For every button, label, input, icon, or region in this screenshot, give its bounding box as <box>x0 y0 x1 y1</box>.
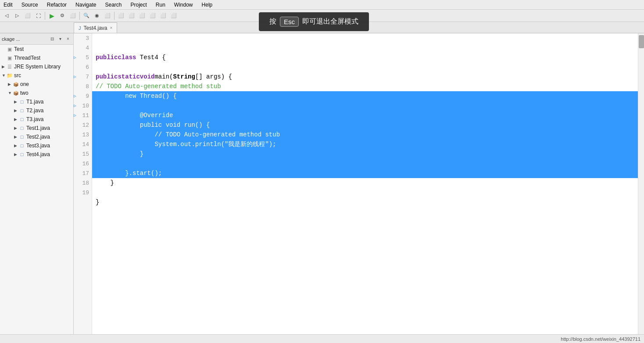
sidebar-close-icon[interactable]: × <box>64 36 72 43</box>
tree-item-test4.java[interactable]: ▶□Test4.java <box>0 150 73 159</box>
code-line-7[interactable]: new Thread() { <box>92 91 638 101</box>
tree-icon-java: □ <box>18 107 25 114</box>
tree-item-t3.java[interactable]: ▶□T3.java <box>0 115 73 124</box>
menu-item-navigate[interactable]: Navigate <box>74 2 98 8</box>
menu-bar: EditSourceRefactorNavigateSearchProjectR… <box>0 0 644 10</box>
menu-item-search[interactable]: Search <box>103 2 123 8</box>
toolbar-btn-1[interactable]: ◁ <box>2 11 11 21</box>
tree-icon-package: 📦 <box>12 81 19 88</box>
tree-item-one[interactable]: ▶📦one <box>0 80 73 89</box>
tree-item-jresystemlibrary[interactable]: ▶☰JRE System Library <box>0 62 73 71</box>
toolbar-btn-8[interactable]: ◉ <box>92 11 102 21</box>
tree-item-test[interactable]: ▣Test <box>0 45 73 54</box>
tree-icon-project: ▣ <box>6 46 13 53</box>
toolbar-btn-4[interactable]: ⛶ <box>33 11 43 21</box>
code-line-11[interactable]: // TODO Auto-generated method stub <box>92 130 638 139</box>
line-num-3: 3 <box>74 33 92 43</box>
tree-label: Test2.java <box>26 134 50 140</box>
toolbar-btn-7[interactable]: 🔍 <box>82 11 91 21</box>
right-scrollbar[interactable] <box>638 33 644 343</box>
toolbar-btn-5[interactable]: ⚙ <box>57 11 67 21</box>
line-num-5: ▷5 <box>74 53 92 62</box>
tree-item-t1.java[interactable]: ▶□T1.java <box>0 97 73 106</box>
tree-item-test1.java[interactable]: ▶□Test1.java <box>0 124 73 132</box>
tree-arrow: ▶ <box>14 100 18 104</box>
code-line-13[interactable]: } <box>92 149 638 159</box>
code-line-15[interactable]: }.start(); <box>92 168 638 178</box>
tab-close-btn[interactable]: × <box>110 25 113 30</box>
toolbar-btn-3[interactable]: ⬜ <box>23 11 32 21</box>
tree-item-two[interactable]: ▼📦two <box>0 89 73 97</box>
toolbar-btn-14[interactable]: ⬜ <box>158 11 168 21</box>
tree-arrow: ▶ <box>14 108 18 113</box>
tree-label: T1.java <box>26 99 43 105</box>
tree-label: ThreadTest <box>14 55 40 61</box>
tree-arrow: ▶ <box>14 152 18 157</box>
tree-item-test3.java[interactable]: ▶□Test3.java <box>0 141 73 150</box>
code-line-4[interactable] <box>92 62 638 72</box>
code-content[interactable]: public class Test4 { public static void … <box>92 33 638 343</box>
tab-test4[interactable]: J Test4.java × <box>74 22 117 33</box>
line-arrow-sel-10: ▷ <box>74 103 76 108</box>
code-line-8[interactable] <box>92 101 638 111</box>
menu-item-refactor[interactable]: Refactor <box>45 2 68 8</box>
code-editor: 34▷56▷78▷9▷10▷111213141516171819 public … <box>74 33 644 343</box>
menu-item-project[interactable]: Project <box>129 2 148 8</box>
tree-icon-java: □ <box>18 116 25 123</box>
scroll-thumb[interactable] <box>639 35 644 48</box>
tab-java-icon: J <box>79 25 81 31</box>
tab-label: Test4.java <box>84 25 107 31</box>
toolbar-btn-6[interactable]: ⬜ <box>68 11 78 21</box>
code-line-19[interactable] <box>92 207 638 217</box>
code-line-18[interactable]: } <box>92 197 638 207</box>
toolbar-btn-12[interactable]: ⬜ <box>137 11 147 21</box>
code-lines: public class Test4 { public static void … <box>92 33 638 217</box>
menu-item-window[interactable]: Window <box>172 2 195 8</box>
tree-arrow: ▶ <box>8 82 12 86</box>
sidebar-menu-icon[interactable]: ▾ <box>57 36 64 43</box>
line-number-text: 15 <box>82 151 89 157</box>
tree-item-test2.java[interactable]: ▶□Test2.java <box>0 132 73 141</box>
tree-item-threadtest[interactable]: ▣ThreadTest <box>0 54 73 62</box>
tree-label: T2.java <box>26 107 43 114</box>
code-line-17[interactable] <box>92 188 638 197</box>
tree-icon-folder: 📁 <box>6 72 13 79</box>
code-line-14[interactable] <box>92 159 638 168</box>
tree-arrow: ▶ <box>14 143 18 148</box>
toolbar-btn-13[interactable]: ⬜ <box>148 11 157 21</box>
code-line-10[interactable]: public void run() { <box>92 120 638 130</box>
line-num-11: ▷11 <box>74 111 92 120</box>
toolbar-btn-run[interactable]: ▶ <box>47 11 57 21</box>
code-line-3[interactable]: public class Test4 { <box>92 53 638 62</box>
tree-icon-package: 📦 <box>12 89 19 96</box>
tree-arrow: ▼ <box>2 73 6 78</box>
toolbar-btn-10[interactable]: ⬜ <box>116 11 126 21</box>
toolbar-btn-2[interactable]: ▷ <box>12 11 22 21</box>
sidebar-collapse-icon[interactable]: ⊟ <box>49 36 56 43</box>
menu-item-edit[interactable]: Edit <box>2 2 14 8</box>
line-num-16: 16 <box>74 159 92 168</box>
tree-icon-java: □ <box>18 151 25 158</box>
line-number-text: 16 <box>82 161 89 167</box>
tree-icon-java: □ <box>18 98 25 105</box>
esc-suffix: 即可退出全屏模式 <box>302 17 358 26</box>
menu-item-run[interactable]: Run <box>154 2 167 8</box>
line-num-6: 6 <box>74 62 92 72</box>
toolbar-btn-9[interactable]: ⬜ <box>103 11 112 21</box>
tree-item-t2.java[interactable]: ▶□T2.java <box>0 106 73 115</box>
menu-item-help[interactable]: Help <box>200 2 215 8</box>
code-line-12[interactable]: System.out.println("我是新的线程"); <box>92 139 638 149</box>
status-url: http://blog.csdn.net/weixin_44392711 <box>561 336 640 342</box>
line-number-text: 7 <box>86 74 89 80</box>
toolbar-btn-15[interactable]: ⬜ <box>169 11 179 21</box>
code-line-5[interactable]: public static void main(String[] args) { <box>92 72 638 82</box>
code-line-16[interactable]: } <box>92 178 638 188</box>
code-line-6[interactable]: // TODO Auto-generated method stub <box>92 82 638 91</box>
toolbar-btn-11[interactable]: ⬜ <box>127 11 136 21</box>
tree-item-src[interactable]: ▼📁src <box>0 71 73 80</box>
code-line-9[interactable]: @Override <box>92 111 638 120</box>
line-num-19: 19 <box>74 188 92 197</box>
line-arrow-sel-9: ▷ <box>74 93 76 99</box>
line-number-text: 10 <box>82 103 89 109</box>
menu-item-source[interactable]: Source <box>20 2 40 8</box>
